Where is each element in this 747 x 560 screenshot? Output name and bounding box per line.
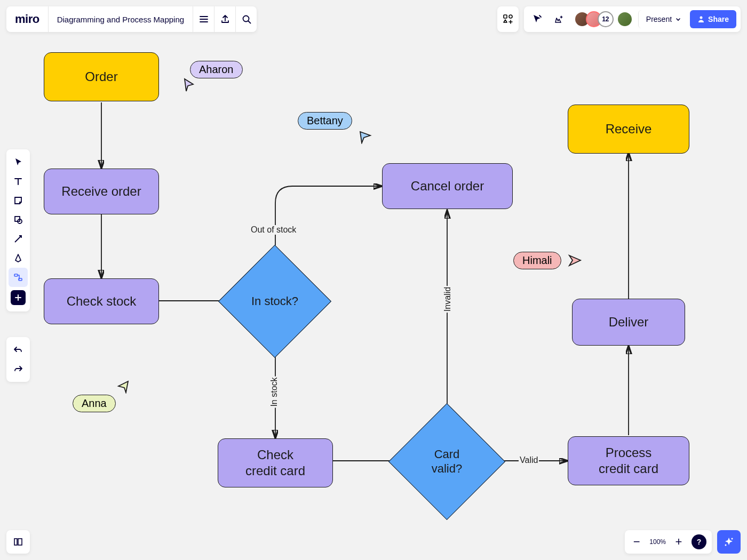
node-deliver[interactable]: Deliver <box>572 299 685 346</box>
sticky-note-tool[interactable] <box>9 191 28 210</box>
svg-rect-15 <box>14 274 18 276</box>
node-label: Process credit card <box>599 445 658 477</box>
svg-rect-10 <box>504 15 507 18</box>
cursor-bettany: Bettany <box>298 112 352 130</box>
edge-label-invalid: Invalid <box>443 286 452 313</box>
zoom-in-button[interactable]: + <box>669 532 688 551</box>
zoom-level[interactable]: 100% <box>646 538 669 546</box>
node-receive[interactable]: Receive <box>568 105 689 154</box>
help-button[interactable]: ? <box>692 534 706 549</box>
select-tool[interactable] <box>9 153 28 172</box>
present-label: Present <box>646 15 672 23</box>
top-left-group: miro Diagramming and Process Mapping <box>6 6 257 32</box>
cursor-himali: Himali <box>513 252 583 269</box>
canvas[interactable]: Order Receive order Check stock In stock… <box>0 0 747 560</box>
cursor-arrow-icon <box>116 380 130 394</box>
node-in-stock-decision[interactable]: In stock? <box>235 261 315 341</box>
bottom-right-group: − 100% + ? <box>625 530 741 554</box>
ai-assist-button[interactable] <box>717 530 741 554</box>
node-cancel-order[interactable]: Cancel order <box>382 163 513 209</box>
avatar-overflow-count: 12 <box>598 11 614 27</box>
cursor-label: Anna <box>73 395 116 412</box>
sparkle-icon <box>723 536 735 548</box>
cursor-mode-icon[interactable] <box>528 10 546 28</box>
zoom-out-button[interactable]: − <box>627 532 646 551</box>
collaboration-group: 12 Present Share <box>524 6 741 32</box>
pen-tool[interactable] <box>9 249 28 268</box>
cursor-label: Aharon <box>190 61 243 78</box>
apps-icon <box>503 14 513 25</box>
node-label: Receive order <box>61 183 141 199</box>
present-button[interactable]: Present <box>638 10 687 28</box>
export-icon[interactable] <box>214 6 235 32</box>
svg-point-9 <box>243 16 249 22</box>
top-right-group: 12 Present Share <box>497 6 741 32</box>
person-icon <box>697 15 705 23</box>
text-tool[interactable] <box>9 172 28 191</box>
node-card-valid-decision[interactable]: Card valid? <box>406 420 488 503</box>
node-receive-order[interactable]: Receive order <box>44 169 159 214</box>
svg-point-12 <box>700 17 703 19</box>
node-label: In stock? <box>235 261 315 341</box>
zoom-controls: − 100% + ? <box>625 530 712 554</box>
cursor-aharon: Aharon <box>190 61 243 78</box>
avatar-self <box>617 11 633 27</box>
svg-point-19 <box>732 538 733 540</box>
node-order[interactable]: Order <box>44 52 159 101</box>
svg-point-20 <box>725 545 727 546</box>
svg-rect-17 <box>14 539 17 545</box>
node-label: Order <box>85 69 117 85</box>
reactions-icon[interactable] <box>550 10 568 28</box>
edge-label-in-stock: In stock <box>269 376 279 407</box>
redo-button[interactable] <box>9 359 28 379</box>
edge-label-valid: Valid <box>519 455 539 465</box>
share-button[interactable]: Share <box>690 10 736 28</box>
share-label: Share <box>708 15 729 23</box>
cursor-arrow-icon <box>182 78 195 93</box>
node-label: Card valid? <box>406 420 488 503</box>
undo-button[interactable] <box>9 340 28 359</box>
history-toolbar <box>6 337 30 382</box>
search-icon[interactable] <box>235 6 257 32</box>
chevron-down-icon <box>675 16 681 22</box>
frames-icon <box>13 537 23 547</box>
board-title[interactable]: Diagramming and Process Mapping <box>48 6 193 32</box>
shape-tool[interactable] <box>9 210 28 229</box>
connector-tool[interactable] <box>9 229 28 249</box>
diagram-tool[interactable] <box>9 268 28 287</box>
cursor-label: Himali <box>513 252 561 269</box>
cursor-arrow-icon <box>568 254 583 268</box>
node-label: Check credit card <box>245 447 305 479</box>
node-label: Deliver <box>609 314 649 330</box>
node-check-stock[interactable]: Check stock <box>44 278 159 324</box>
avatar-stack[interactable]: 12 <box>574 11 633 27</box>
cursor-arrow-icon <box>359 130 372 144</box>
node-label: Cancel order <box>411 178 484 194</box>
frames-panel-button[interactable] <box>6 530 30 554</box>
node-label: Check stock <box>67 293 137 309</box>
logo[interactable]: miro <box>6 12 48 26</box>
cursor-label: Bettany <box>298 112 352 130</box>
edge-label-out-of-stock: Out of stock <box>250 225 297 235</box>
cursor-anna: Anna <box>73 395 116 412</box>
node-label: Receive <box>606 121 652 137</box>
apps-button[interactable] <box>497 6 519 32</box>
node-check-credit-card[interactable]: Check credit card <box>218 438 333 487</box>
svg-point-11 <box>509 15 512 18</box>
add-tool[interactable] <box>11 290 26 305</box>
left-toolbar <box>6 149 30 311</box>
svg-rect-18 <box>18 539 22 545</box>
menu-icon[interactable] <box>193 6 214 32</box>
node-process-credit-card[interactable]: Process credit card <box>568 436 689 485</box>
